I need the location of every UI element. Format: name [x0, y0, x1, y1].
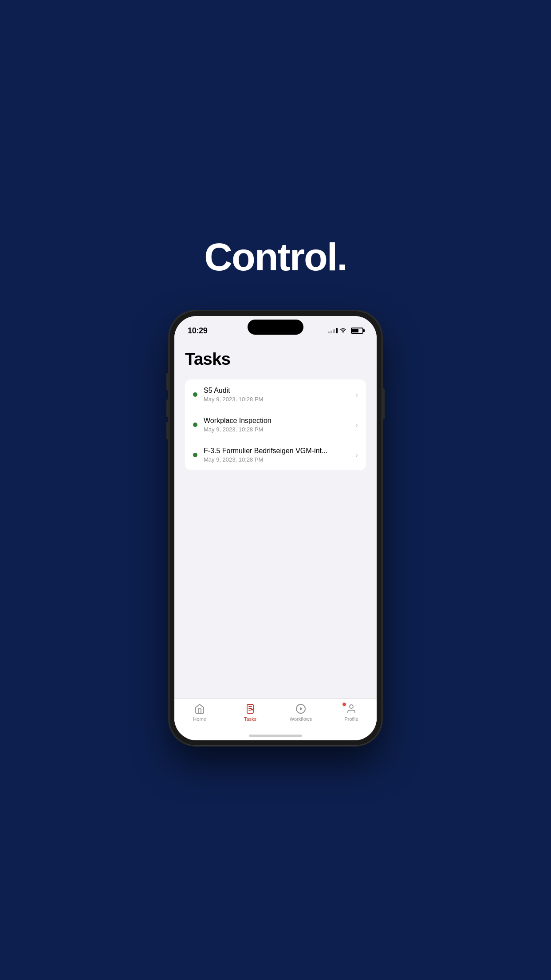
- nav-item-workflows[interactable]: Workflows: [276, 703, 326, 722]
- task-item-3[interactable]: F-3.5 Formulier Bedrifseigen VGM-int... …: [185, 440, 366, 470]
- profile-icon: [346, 703, 357, 715]
- battery-icon: [351, 328, 363, 334]
- nav-item-profile[interactable]: Profile: [326, 703, 377, 722]
- nav-label-profile: Profile: [344, 716, 358, 722]
- status-icons: [328, 328, 363, 334]
- svg-rect-1: [247, 704, 253, 713]
- status-time: 10:29: [188, 326, 208, 336]
- wifi-icon: [340, 328, 348, 334]
- task-info-3: F-3.5 Formulier Bedrifseigen VGM-int... …: [204, 447, 352, 463]
- task-name-1: S5 Audit: [204, 387, 352, 395]
- task-status-dot-2: [193, 423, 197, 427]
- nav-item-home[interactable]: Home: [174, 703, 225, 722]
- task-info-2: Workplace Inspection May 9, 2023, 10:28 …: [204, 417, 352, 433]
- nav-label-workflows: Workflows: [290, 716, 312, 722]
- task-date-1: May 9, 2023, 10:28 PM: [204, 396, 352, 403]
- bottom-nav-wrapper: Home Tasks: [174, 698, 377, 740]
- bottom-nav: Home Tasks: [174, 698, 377, 735]
- home-indicator: [249, 735, 302, 737]
- app-content: Tasks S5 Audit May 9, 2023, 10:28 PM › W…: [174, 339, 377, 698]
- task-name-3: F-3.5 Formulier Bedrifseigen VGM-int...: [204, 447, 352, 455]
- home-icon: [194, 703, 205, 715]
- nav-item-tasks[interactable]: Tasks: [225, 703, 276, 722]
- task-status-dot-3: [193, 453, 197, 457]
- task-item-2[interactable]: Workplace Inspection May 9, 2023, 10:28 …: [185, 410, 366, 440]
- task-info-1: S5 Audit May 9, 2023, 10:28 PM: [204, 387, 352, 403]
- task-name-2: Workplace Inspection: [204, 417, 352, 425]
- page-title: Tasks: [185, 350, 366, 369]
- task-item-1[interactable]: S5 Audit May 9, 2023, 10:28 PM ›: [185, 379, 366, 410]
- chevron-icon-1: ›: [355, 390, 358, 399]
- hero-title: Control.: [204, 234, 346, 280]
- chevron-icon-3: ›: [355, 450, 358, 460]
- task-date-2: May 9, 2023, 10:28 PM: [204, 426, 352, 433]
- dynamic-island: [248, 320, 303, 335]
- phone-screen: 10:29 Tasks: [174, 316, 377, 740]
- tasks-icon: [244, 703, 256, 715]
- profile-notification-badge: [342, 702, 346, 707]
- svg-point-7: [350, 705, 353, 708]
- workflows-icon: [295, 703, 307, 715]
- nav-label-tasks: Tasks: [244, 716, 256, 722]
- svg-marker-6: [300, 707, 303, 711]
- phone-frame: 10:29 Tasks: [169, 311, 382, 746]
- chevron-icon-2: ›: [355, 420, 358, 430]
- task-status-dot-1: [193, 392, 197, 397]
- nav-label-home: Home: [193, 716, 206, 722]
- svg-point-0: [342, 332, 343, 333]
- tasks-list: S5 Audit May 9, 2023, 10:28 PM › Workpla…: [185, 379, 366, 470]
- signal-icon: [328, 328, 338, 333]
- task-date-3: May 9, 2023, 10:28 PM: [204, 456, 352, 463]
